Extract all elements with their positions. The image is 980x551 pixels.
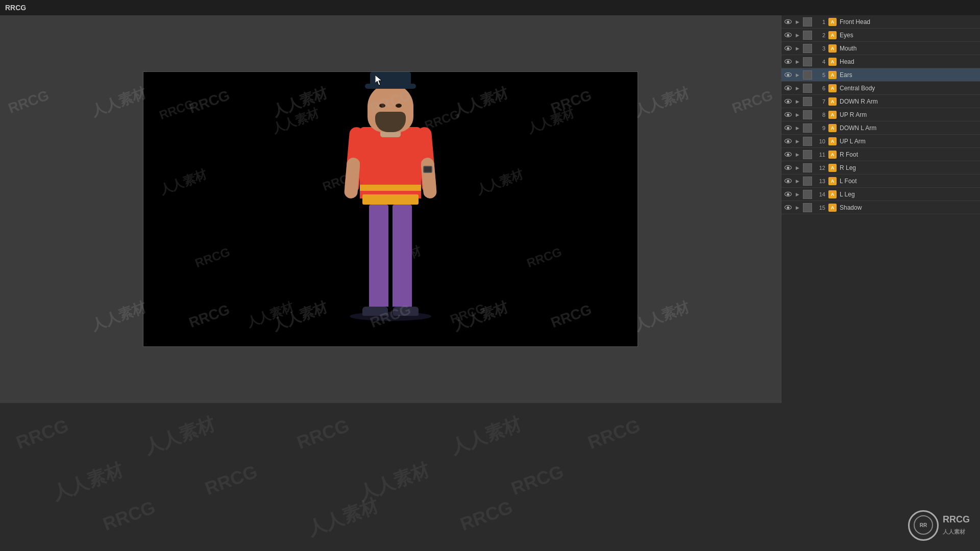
layer-row[interactable]: ▶ 10 A UP L Arm — [781, 135, 980, 148]
eye-icon — [785, 112, 792, 117]
layer-expand-arrow[interactable]: ▶ — [794, 32, 801, 39]
layer-thumbnail — [803, 203, 812, 212]
layer-name: Shadow — [840, 204, 978, 211]
character-feet — [360, 306, 421, 316]
layer-visibility-toggle[interactable] — [783, 137, 793, 146]
layer-thumbnail — [803, 190, 812, 199]
eye-icon — [785, 59, 792, 64]
eye-icon — [785, 205, 792, 210]
layer-row[interactable]: ▶ 9 A DOWN L Arm — [781, 121, 980, 135]
layer-expand-arrow[interactable]: ▶ — [794, 18, 801, 26]
layer-expand-arrow[interactable]: ▶ — [794, 191, 801, 198]
layer-expand-arrow[interactable]: ▶ — [794, 45, 801, 52]
layer-row[interactable]: ▶ 5 A Ears — [781, 68, 980, 82]
layer-number: 12 — [814, 165, 825, 171]
layer-visibility-toggle[interactable] — [783, 163, 793, 172]
character-eye-left — [379, 104, 385, 108]
layer-visibility-toggle[interactable] — [783, 84, 793, 93]
layer-name: R Leg — [840, 164, 978, 171]
layer-row[interactable]: ▶ 4 A Head — [781, 55, 980, 68]
foot-left — [362, 307, 388, 316]
layer-visibility-toggle[interactable] — [783, 57, 793, 66]
watch — [423, 166, 432, 173]
layer-visibility-toggle[interactable] — [783, 190, 793, 199]
layer-row[interactable]: ▶ 12 A R Leg — [781, 161, 980, 174]
layer-expand-arrow[interactable]: ▶ — [794, 178, 801, 185]
character-eye-right — [396, 104, 402, 108]
layer-number: 10 — [814, 138, 825, 144]
layer-name: Mouth — [840, 45, 978, 52]
layer-row[interactable]: ▶ 8 A UP R Arm — [781, 108, 980, 121]
layer-expand-arrow[interactable]: ▶ — [794, 71, 801, 79]
layer-type-icon: A — [828, 111, 837, 119]
layer-row[interactable]: ▶ 7 A DOWN R Arm — [781, 95, 980, 108]
layer-thumbnail — [803, 123, 812, 133]
layer-expand-arrow[interactable]: ▶ — [794, 124, 801, 132]
hat-top — [375, 71, 406, 72]
layer-visibility-toggle[interactable] — [783, 44, 793, 53]
layer-visibility-toggle[interactable] — [783, 123, 793, 133]
layer-expand-arrow[interactable]: ▶ — [794, 58, 801, 65]
arm-left-lower — [344, 157, 361, 199]
layer-expand-arrow[interactable]: ▶ — [794, 98, 801, 105]
layer-row[interactable]: ▶ 2 A Eyes — [781, 29, 980, 42]
layer-thumbnail — [803, 70, 812, 80]
bottom-area: RRCG 人人素材 RRCG 人人素材 RRCG 人人素材 RRCG 人人素材 … — [0, 403, 980, 551]
layer-row[interactable]: ▶ 15 A Shadow — [781, 201, 980, 214]
main-area: RRCG 人人素材 RRCG 人人素材 RRCG 人人素材 RRCG 人人素材 … — [0, 15, 980, 403]
layer-expand-arrow[interactable]: ▶ — [794, 164, 801, 171]
layer-expand-arrow[interactable]: ▶ — [794, 85, 801, 92]
layer-expand-arrow[interactable]: ▶ — [794, 151, 801, 158]
layer-row[interactable]: ▶ 11 A R Foot — [781, 148, 980, 161]
layer-name: DOWN R Arm — [840, 98, 978, 105]
layer-visibility-toggle[interactable] — [783, 150, 793, 159]
layer-number: 7 — [814, 98, 825, 105]
layer-row[interactable]: ▶ 14 A L Leg — [781, 188, 980, 201]
svg-text:RR: RR — [920, 522, 927, 528]
character-legs — [365, 205, 416, 307]
layer-visibility-toggle[interactable] — [783, 97, 793, 106]
layer-visibility-toggle[interactable] — [783, 70, 793, 80]
layer-visibility-toggle[interactable] — [783, 110, 793, 119]
eye-icon — [785, 46, 792, 51]
svg-marker-0 — [375, 75, 382, 85]
layer-thumbnail — [803, 44, 812, 53]
top-bar: RRCG — [0, 0, 980, 15]
layer-visibility-toggle[interactable] — [783, 177, 793, 186]
layer-type-icon: A — [828, 58, 837, 66]
layer-visibility-toggle[interactable] — [783, 17, 793, 27]
layer-name: Eyes — [840, 32, 978, 39]
layer-row[interactable]: ▶ 6 A Central Body — [781, 82, 980, 95]
layer-type-icon: A — [828, 84, 837, 92]
layer-type-icon: A — [828, 18, 837, 26]
rrcg-circle: RR — [908, 510, 939, 541]
layer-type-icon: A — [828, 204, 837, 212]
layer-row[interactable]: ▶ 13 A L Foot — [781, 174, 980, 188]
layer-type-icon: A — [828, 137, 837, 145]
layer-number: 1 — [814, 19, 825, 25]
foot-right — [393, 307, 419, 316]
layer-number: 5 — [814, 72, 825, 78]
eye-icon — [785, 33, 792, 37]
layer-row[interactable]: ▶ 3 A Mouth — [781, 42, 980, 55]
layer-type-icon: A — [828, 177, 837, 185]
eye-icon — [785, 192, 792, 196]
layers-panel[interactable]: ▶ 1 A Front Head ▶ 2 A Eyes ▶ 3 A Mouth — [781, 15, 980, 403]
layer-name: R Foot — [840, 151, 978, 158]
cursor — [375, 75, 384, 86]
character-beard — [375, 112, 406, 132]
canvas-area[interactable]: RRCG 人人素材 RRCG 人人素材 RRCG 人人素材 RRCG 人人素材 … — [0, 15, 781, 403]
layer-expand-arrow[interactable]: ▶ — [794, 138, 801, 145]
layer-expand-arrow[interactable]: ▶ — [794, 204, 801, 211]
app-title: RRCG — [5, 4, 26, 12]
layer-visibility-toggle[interactable] — [783, 31, 793, 40]
eye-icon — [785, 86, 792, 90]
layer-expand-arrow[interactable]: ▶ — [794, 111, 801, 118]
layer-type-icon: A — [828, 164, 837, 172]
eye-icon — [785, 99, 792, 104]
layer-name: Central Body — [840, 85, 978, 92]
layer-row[interactable]: ▶ 1 A Front Head — [781, 15, 980, 29]
canvas-viewport[interactable]: RRCG 人人素材 RRCG 人人素材 人人素材 RRCG 人人素材 RRCG … — [143, 71, 638, 347]
layer-visibility-toggle[interactable] — [783, 203, 793, 212]
layer-number: 15 — [814, 205, 825, 211]
